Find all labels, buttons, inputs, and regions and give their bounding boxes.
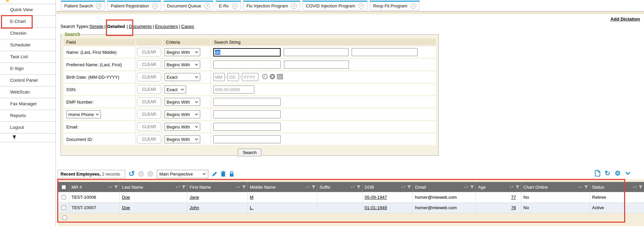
row-checkbox[interactable]	[62, 195, 66, 199]
name-search-input-3[interactable]	[352, 48, 418, 56]
pin-icon[interactable]	[12, 135, 16, 141]
select-all-checkbox[interactable]	[62, 185, 66, 189]
preferred-name-input-1[interactable]	[213, 61, 281, 69]
sort-icon[interactable]: ▲▼	[578, 186, 583, 188]
middle-name-link[interactable]: M	[250, 195, 254, 200]
refresh-icon[interactable]: ↻	[605, 170, 610, 177]
open-new-window-icon[interactable]: ↗	[152, 3, 158, 9]
clear-button[interactable]: CLEAR	[137, 85, 161, 94]
criteria-select[interactable]: Begins With	[165, 123, 200, 131]
filter-icon[interactable]	[407, 185, 411, 189]
search-type-simple[interactable]: Simple	[90, 24, 103, 29]
sidebar-item-task-list[interactable]: Task List	[0, 51, 56, 63]
tab-e-rx[interactable]: E-Rx ↗	[216, 1, 241, 10]
chevron-down-icon[interactable]	[625, 172, 631, 175]
open-new-window-icon[interactable]: ↗	[358, 3, 364, 9]
open-new-window-icon[interactable]: ↗	[291, 3, 297, 9]
sidebar-item-checkin[interactable]: Checkin	[0, 28, 56, 39]
sidebar-item-webscan[interactable]: WebScan	[0, 86, 56, 98]
sort-icon[interactable]: ▲▼	[464, 186, 469, 188]
filter-icon[interactable]	[639, 185, 643, 189]
birth-year-input[interactable]	[242, 73, 258, 81]
filter-icon[interactable]	[114, 185, 118, 189]
filter-icon[interactable]	[242, 185, 246, 189]
criteria-select[interactable]: Exact	[165, 73, 200, 81]
last-name-link[interactable]: Doe	[122, 195, 130, 200]
name-search-input[interactable]: do	[213, 48, 281, 57]
preferred-name-input-2[interactable]	[284, 61, 349, 69]
filter-icon[interactable]	[584, 185, 588, 189]
open-new-window-icon[interactable]: ↗	[204, 3, 210, 9]
ssn-input[interactable]	[213, 85, 254, 93]
tab-patient-search[interactable]: Patient Search ↗	[61, 1, 105, 10]
sort-icon[interactable]: ▲▼	[351, 186, 355, 188]
sidebar-item-e-sign[interactable]: E-Sign	[0, 63, 56, 75]
sort-icon[interactable]: ▲▼	[509, 186, 514, 188]
clear-button[interactable]: CLEAR	[137, 122, 161, 131]
clear-button[interactable]: CLEAR	[137, 135, 161, 144]
criteria-select[interactable]: Begins With	[165, 98, 200, 106]
clock-icon[interactable]	[262, 74, 268, 80]
edit-pencil-icon[interactable]	[212, 171, 217, 177]
row-checkbox[interactable]	[62, 205, 66, 210]
age-link[interactable]: 77	[511, 195, 516, 200]
clear-button[interactable]: CLEAR	[137, 110, 161, 119]
search-type-documents[interactable]: Documents	[129, 24, 152, 29]
sidebar-item-reports[interactable]: Reports	[0, 110, 56, 122]
name-search-input-2[interactable]	[284, 48, 349, 56]
sort-icon[interactable]: ▲▼	[176, 186, 180, 188]
tab-resp-fit-program[interactable]: Resp Fit Program ↗	[370, 1, 420, 10]
clear-button[interactable]: CLEAR	[137, 48, 161, 57]
birth-day-input[interactable]	[227, 73, 239, 81]
next-page-icon[interactable]: ›	[147, 171, 153, 177]
tab-covid-injection-program[interactable]: COVID Injection Program ↗	[302, 1, 367, 10]
search-type-detailed[interactable]: Detailed	[107, 24, 126, 29]
clear-button[interactable]: CLEAR	[137, 60, 161, 69]
first-name-link[interactable]: Jane	[190, 195, 199, 200]
phone-type-select[interactable]: Home Phone	[66, 110, 101, 118]
open-new-window-icon[interactable]: ↗	[410, 3, 416, 9]
emp-number-input[interactable]	[213, 98, 281, 106]
perspective-select[interactable]: Main Perspective	[157, 170, 208, 178]
filter-icon[interactable]	[515, 185, 520, 189]
age-link[interactable]: 76	[511, 205, 516, 210]
filter-icon[interactable]	[182, 185, 186, 189]
birth-month-input[interactable]	[213, 73, 225, 81]
criteria-select[interactable]: Begins With	[165, 48, 200, 56]
sidebar-item-quick-view[interactable]: Quick View	[0, 4, 56, 16]
clear-button[interactable]: CLEAR	[137, 98, 161, 106]
first-name-link[interactable]: John	[190, 205, 199, 210]
last-name-link[interactable]: Doe	[122, 205, 130, 210]
email-input[interactable]	[213, 123, 281, 131]
criteria-select[interactable]: Begins With	[165, 61, 200, 69]
dob-link[interactable]: 05-09-1947	[365, 195, 387, 200]
middle-name-link[interactable]: L.	[250, 205, 254, 210]
sidebar-item-fax-manager[interactable]: Fax Manager	[0, 98, 56, 110]
footer-checkbox[interactable]	[63, 216, 67, 220]
search-button[interactable]: Search	[238, 149, 261, 156]
tab-flu-injection-program[interactable]: Flu Injection Program ↗	[243, 1, 300, 10]
gear-icon[interactable]: ⚙	[615, 170, 621, 177]
sidebar-item-scheduler[interactable]: Scheduler	[0, 39, 56, 51]
criteria-select[interactable]: Begins With	[165, 135, 200, 143]
clear-button[interactable]: CLEAR	[137, 73, 161, 81]
open-new-window-icon[interactable]: ↗	[232, 3, 238, 9]
sort-icon[interactable]: ▲▼	[108, 186, 113, 188]
filter-icon[interactable]	[357, 185, 361, 189]
clear-date-icon[interactable]	[270, 74, 275, 80]
filter-icon[interactable]	[470, 185, 474, 189]
filter-icon[interactable]	[312, 185, 316, 189]
sidebar-item-logout[interactable]: Logout	[0, 122, 56, 134]
tab-patient-registration[interactable]: Patient Registration ↗	[107, 1, 161, 10]
sort-icon[interactable]: ▲▼	[306, 186, 310, 188]
lock-icon[interactable]	[229, 171, 234, 177]
calendar-icon[interactable]	[277, 74, 283, 80]
prev-page-icon[interactable]: ‹	[138, 171, 144, 177]
search-type-cases[interactable]: Cases	[181, 24, 194, 29]
sidebar-item-e-chart[interactable]: E-Chart	[0, 16, 56, 28]
sort-icon[interactable]: ▲▼	[401, 186, 406, 188]
phone-input[interactable]	[213, 110, 281, 118]
document-id-input[interactable]	[213, 135, 281, 143]
add-dictation-link[interactable]: Add Dictation	[610, 16, 640, 22]
new-document-icon[interactable]	[595, 170, 600, 177]
